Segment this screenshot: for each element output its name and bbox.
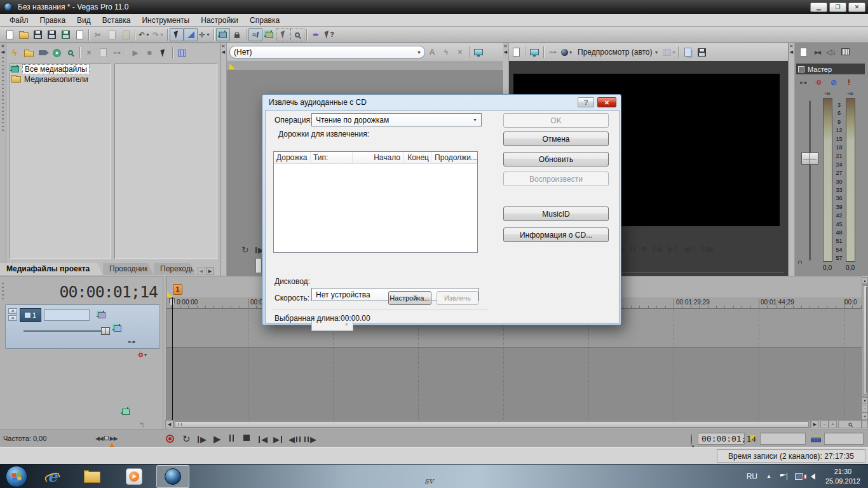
- properties-icon[interactable]: [72, 28, 86, 41]
- overlay-grid-icon[interactable]: ▼: [662, 46, 676, 59]
- play-track-button[interactable]: Воспроизвести: [503, 172, 609, 186]
- record-button[interactable]: [166, 435, 174, 443]
- preview-next-frame-icon[interactable]: ▶: [702, 244, 714, 254]
- copy-icon[interactable]: [105, 28, 119, 41]
- track-compositing-mode-icon[interactable]: [119, 405, 133, 418]
- track-level-slider[interactable]: [24, 330, 106, 332]
- enable-snapping-toggle[interactable]: [216, 28, 230, 41]
- downmix-icon[interactable]: ▸◂: [810, 45, 824, 58]
- capture-icon[interactable]: [58, 28, 72, 41]
- preview-stop-icon[interactable]: ■: [642, 244, 647, 254]
- track-minimize-button[interactable]: ≡: [8, 308, 17, 314]
- play-button[interactable]: ▶: [214, 433, 221, 445]
- musicid-button[interactable]: MusicID: [503, 207, 609, 221]
- media-properties-icon[interactable]: [96, 46, 110, 60]
- import-media-icon[interactable]: [22, 46, 36, 60]
- taskbar-vegas-button[interactable]: [156, 465, 189, 488]
- go-to-end-button[interactable]: ▶: [273, 435, 283, 444]
- network-icon[interactable]: ×: [795, 473, 803, 480]
- next-frame-button[interactable]: ▶: [304, 435, 316, 444]
- external-monitor-icon[interactable]: [527, 46, 541, 59]
- project-properties-icon[interactable]: [509, 46, 523, 59]
- media-views-icon[interactable]: [175, 46, 189, 60]
- master-fader-handle[interactable]: [801, 152, 818, 165]
- restore-button[interactable]: ❐: [829, 3, 846, 12]
- volume-icon[interactable]: [811, 473, 815, 480]
- hscroll-right-button[interactable]: ▶: [811, 420, 819, 428]
- cursor-position-field[interactable]: 00:00:01;14: [698, 433, 745, 445]
- track-restore-button[interactable]: ≡: [8, 315, 17, 321]
- timeline-cursor[interactable]: [172, 297, 173, 420]
- tray-expand-icon[interactable]: ▲: [766, 473, 771, 479]
- track-solo-icon[interactable]: !: [0, 375, 6, 388]
- track-name-field[interactable]: [44, 309, 90, 321]
- tree-item-media-bins[interactable]: Медианакопители: [10, 74, 110, 85]
- taskbar-wmp-icon[interactable]: ▶: [126, 468, 142, 485]
- tab-project-media[interactable]: Медиафайлы проекта: [0, 263, 103, 275]
- media-stop-icon[interactable]: ■: [142, 46, 156, 60]
- hscroll-thumb[interactable]: [175, 421, 809, 428]
- expand-track-layers-tool[interactable]: ✛▼: [198, 28, 212, 41]
- rate-scrub-control[interactable]: ◀◀▶▶: [95, 435, 118, 442]
- tab-transitions[interactable]: Переходы: [154, 263, 196, 275]
- timeline-marker-1[interactable]: 1: [173, 284, 182, 295]
- delete-media-icon[interactable]: ×: [82, 46, 96, 60]
- hscroll-left-button[interactable]: ◀: [165, 420, 173, 428]
- paste-icon[interactable]: [119, 28, 133, 41]
- taskbar-explorer-icon[interactable]: [84, 470, 100, 483]
- whats-this-help-icon[interactable]: ?: [323, 28, 337, 41]
- timeline-zoom-out-button[interactable]: −: [820, 420, 829, 428]
- language-indicator[interactable]: RU: [747, 472, 757, 481]
- selection-length-field[interactable]: [824, 433, 864, 445]
- media-panel-drag-handle[interactable]: [2, 57, 4, 133]
- bus-solo-icon[interactable]: !: [842, 76, 856, 89]
- video-fx-bypass-icon[interactable]: ⊶: [546, 46, 560, 59]
- tree-item-all-media[interactable]: Все медиафайлы: [10, 64, 110, 74]
- pause-button[interactable]: [229, 435, 234, 442]
- col-track[interactable]: Дорожка: [274, 152, 311, 163]
- new-project-icon[interactable]: [3, 28, 17, 41]
- timeline-zoom-in-button[interactable]: +: [829, 420, 837, 428]
- loop-playback-button[interactable]: ↻: [182, 433, 191, 445]
- trimmer-monitor-icon[interactable]: [471, 46, 485, 59]
- timeline-empty-area[interactable]: [166, 348, 862, 420]
- tracks-table[interactable]: Дорожка Тип: Начало Конец Продолжи...: [273, 151, 478, 253]
- master-close-icon[interactable]: ✕: [789, 43, 794, 49]
- trimmer-close-icon[interactable]: ✕: [220, 43, 226, 49]
- get-media-web-icon[interactable]: [64, 46, 78, 60]
- play-from-start-button[interactable]: ▶: [197, 435, 207, 444]
- master-header[interactable]: Мастер: [796, 64, 865, 74]
- timeline-zoom-tool-button[interactable]: [838, 420, 862, 428]
- cancel-button[interactable]: Отмена: [503, 132, 609, 146]
- bus-settings-icon[interactable]: [811, 76, 825, 89]
- track-fx-icon[interactable]: ▼: [136, 348, 150, 362]
- tabs-scroll-right[interactable]: ▶: [206, 267, 214, 275]
- interactive-tutorials-icon[interactable]: ✒: [309, 28, 323, 41]
- trimmer-preset-combo[interactable]: (Нет) ▼: [229, 46, 425, 58]
- media-plugin-icon[interactable]: ⊶: [110, 46, 124, 60]
- selection-tool[interactable]: [276, 28, 290, 41]
- track-motion-icon[interactable]: [95, 308, 109, 322]
- copy-frame-icon[interactable]: [681, 46, 695, 59]
- master-undock-icon[interactable]: ◀: [789, 49, 794, 55]
- trimmer-rename-icon[interactable]: A: [425, 46, 439, 59]
- refresh-button[interactable]: Обновить: [503, 152, 609, 166]
- dialog-help-button[interactable]: ?: [578, 97, 594, 107]
- stop-button[interactable]: [243, 435, 250, 441]
- close-button[interactable]: ✕: [848, 3, 865, 12]
- media-file-list[interactable]: [114, 64, 217, 259]
- normal-edit-tool[interactable]: [170, 28, 184, 41]
- show-mixer-icon[interactable]: [838, 45, 852, 58]
- action-center-flag-icon[interactable]: [780, 473, 787, 480]
- track-zoom-out-button[interactable]: −: [862, 405, 868, 412]
- bus-mute-icon[interactable]: ⊘: [827, 76, 841, 89]
- preview-go-start-icon[interactable]: ◀: [653, 244, 662, 254]
- vscroll-up-button[interactable]: ▲: [862, 277, 868, 284]
- track-zoom-in-button[interactable]: +: [862, 412, 868, 420]
- track-bypass-icon[interactable]: ⊶: [126, 335, 137, 348]
- mixer-properties-icon[interactable]: [796, 45, 810, 58]
- menu-item-0[interactable]: Файл: [4, 15, 34, 26]
- vscroll-down-button[interactable]: ▼: [862, 397, 868, 404]
- trimmer-marker-bar[interactable]: [227, 61, 503, 70]
- preview-close-icon[interactable]: ✕: [503, 43, 508, 49]
